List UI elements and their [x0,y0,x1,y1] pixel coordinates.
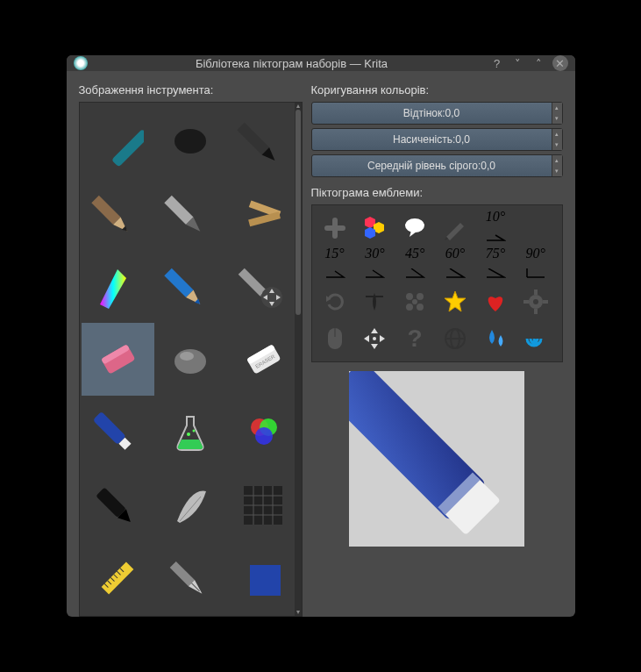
svg-rect-4 [91,195,120,224]
svg-rect-0 [111,128,144,167]
tool-feather[interactable] [154,468,227,541]
svg-point-31 [255,427,273,445]
tool-blue-crayon[interactable] [82,104,154,177]
scroll-thumb[interactable] [296,110,301,315]
svg-point-27 [187,433,190,436]
preview-area [349,371,524,547]
emblem-angle-90[interactable]: 90° [518,247,553,282]
tool-rgb-circles[interactable] [227,396,300,468]
minimize-button[interactable]: ˅ [510,55,526,71]
tool-pencil-dark[interactable] [227,104,300,177]
tool-blue-pencil[interactable] [154,250,227,323]
sat-up[interactable]: ▴ [552,129,562,139]
emblem-angle-30[interactable]: 30° [357,247,392,282]
pink-eraser-icon [91,333,144,386]
close-button[interactable]: ✕ [552,55,568,71]
emblem-angle-75[interactable]: 75° [478,247,513,282]
tool-image-label: Зображення інструмента: [79,83,303,97]
tool-blue-marker[interactable] [82,396,154,468]
blue-pencil-icon [164,261,217,313]
emblem-plus[interactable] [317,211,353,246]
emblem-brush-cross[interactable] [357,284,392,319]
scrollbar[interactable]: ▴ ▾ [295,103,302,616]
svg-rect-2 [237,122,269,154]
app-icon [74,56,88,70]
emblem-angle-45[interactable]: 45° [397,247,432,282]
tool-wooden-sticks[interactable] [227,177,300,250]
blue-block-icon [237,552,289,604]
tool-blue-block[interactable] [227,541,300,614]
pencil-gray-icon [164,188,217,240]
blue-marker-icon [91,406,144,459]
emblem-spiral[interactable] [518,321,553,356]
tool-charcoal[interactable] [154,104,227,177]
window-title: Бібліотека піктограм наборів — Krita [95,57,489,70]
tool-rainbow-brush[interactable] [82,250,154,323]
tool-pencil-wood[interactable] [82,177,154,250]
scroll-up[interactable]: ▴ [295,103,302,110]
svg-rect-68 [523,300,529,304]
emblem-angle-15[interactable]: 15° [317,247,353,282]
svg-rect-12 [164,268,193,297]
charcoal-icon [164,115,217,168]
saturation-spinner[interactable]: Насиченість:0,0 ▴▾ [311,128,563,151]
emblem-pencil[interactable] [438,211,473,246]
svg-point-65 [533,299,538,304]
emblem-move-arrows[interactable] [357,321,392,356]
tool-white-eraser[interactable]: ERASER [227,323,300,396]
svg-rect-25 [93,411,126,444]
emblem-globe[interactable] [438,321,473,356]
emblem-water-drops[interactable] [478,321,513,356]
scroll-down[interactable]: ▾ [295,609,302,616]
tool-pencil-gray[interactable] [154,177,227,250]
hue-up[interactable]: ▴ [552,103,562,113]
black-marker-icon [91,479,144,532]
svg-rect-67 [534,309,538,314]
pen-nib-icon [164,552,217,604]
emblem-dots[interactable] [397,284,432,319]
tool-image-list[interactable]: ERASER ▴ ▾ [79,102,303,617]
svg-rect-69 [543,300,548,304]
maximize-button[interactable]: ˄ [531,55,547,71]
tool-pink-eraser[interactable] [82,323,154,396]
emblem-rotate[interactable] [317,284,353,319]
emblem-mouse[interactable] [317,321,353,356]
tool-flask[interactable] [154,396,227,468]
emblem-icon-label: Піктограма емблеми: [311,186,563,199]
svg-point-61 [417,304,424,311]
tool-ruler-yellow[interactable] [82,541,154,614]
emblem-speech[interactable] [397,211,432,246]
color-adjust-label: Коригування кольорів: [311,83,563,97]
tool-black-marker[interactable] [82,468,154,541]
gray-stone-icon [164,333,217,386]
emblem-hexagons[interactable] [357,211,392,246]
emblem-question[interactable]: ? [397,321,432,356]
emblem-angle-60[interactable]: 60° [438,247,473,282]
tool-pen-nib[interactable] [154,541,227,614]
midgray-spinner[interactable]: Середній рівень сірого:0,0 ▴▾ [311,154,563,177]
svg-rect-10 [248,211,281,226]
tool-gray-stone[interactable] [154,323,227,396]
mid-down[interactable]: ▾ [552,166,562,176]
rgb-circles-icon [237,406,289,459]
svg-rect-32 [96,487,126,518]
emblem-gear[interactable] [518,284,553,319]
svg-point-59 [417,293,424,300]
tool-grid[interactable] [227,468,300,541]
rainbow-brush-icon [91,261,144,313]
emblem-star[interactable] [438,284,473,319]
emblem-angle-10[interactable]: 10° [478,211,513,246]
feather-icon [164,479,217,532]
pencil-wood-icon [91,188,144,240]
mid-up[interactable]: ▴ [552,155,562,166]
hue-down[interactable]: ▾ [552,113,562,124]
sat-down[interactable]: ▾ [552,139,562,150]
emblem-heart[interactable] [478,284,513,319]
grid-icon [237,479,289,532]
tool-airbrush-move[interactable] [227,250,300,323]
hue-spinner[interactable]: Відтінок:0,0 ▴▾ [311,102,563,125]
svg-marker-11 [100,269,126,309]
help-button[interactable]: ? [489,55,505,71]
flask-icon [164,406,217,459]
emblem-empty-1[interactable] [518,211,553,246]
